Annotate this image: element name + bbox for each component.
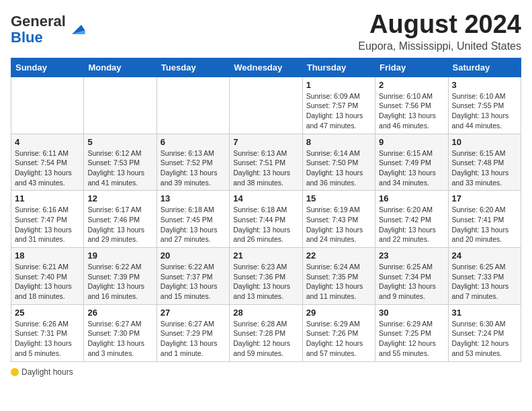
day-info: Sunrise: 6:13 AM Sunset: 7:52 PM Dayligh… (161, 148, 226, 188)
day-number: 23 (379, 250, 444, 261)
calendar-cell (11, 77, 84, 134)
calendar-cell: 16Sunrise: 6:20 AM Sunset: 7:42 PM Dayli… (375, 191, 448, 248)
calendar-cell: 23Sunrise: 6:25 AM Sunset: 7:34 PM Dayli… (375, 248, 448, 305)
calendar-table: SundayMondayTuesdayWednesdayThursdayFrid… (11, 58, 521, 362)
logo: General Blue (11, 13, 86, 46)
day-info: Sunrise: 6:13 AM Sunset: 7:51 PM Dayligh… (233, 148, 298, 188)
day-number: 2 (379, 80, 444, 90)
day-info: Sunrise: 6:25 AM Sunset: 7:34 PM Dayligh… (379, 262, 444, 302)
day-info: Sunrise: 6:20 AM Sunset: 7:42 PM Dayligh… (379, 205, 444, 244)
day-number: 15 (306, 193, 371, 203)
day-info: Sunrise: 6:27 AM Sunset: 7:29 PM Dayligh… (161, 319, 226, 359)
day-number: 29 (306, 308, 371, 318)
day-info: Sunrise: 6:24 AM Sunset: 7:35 PM Dayligh… (306, 262, 371, 302)
weekday-header-tuesday: Tuesday (157, 58, 229, 77)
day-info: Sunrise: 6:28 AM Sunset: 7:28 PM Dayligh… (233, 319, 298, 359)
day-info: Sunrise: 6:12 AM Sunset: 7:53 PM Dayligh… (87, 148, 152, 188)
day-number: 7 (233, 137, 298, 147)
day-number: 30 (379, 308, 444, 318)
day-info: Sunrise: 6:17 AM Sunset: 7:46 PM Dayligh… (87, 205, 152, 244)
calendar-cell: 5Sunrise: 6:12 AM Sunset: 7:53 PM Daylig… (84, 134, 157, 191)
calendar-cell: 19Sunrise: 6:22 AM Sunset: 7:39 PM Dayli… (84, 248, 157, 305)
day-number: 28 (233, 308, 298, 318)
logo-blue: Blue (11, 29, 43, 46)
day-number: 9 (379, 137, 444, 147)
title-area: August 2024 Eupora, Mississippi, United … (358, 11, 521, 52)
main-title: August 2024 (358, 11, 521, 39)
day-info: Sunrise: 6:29 AM Sunset: 7:26 PM Dayligh… (306, 319, 371, 359)
day-number: 31 (452, 308, 517, 318)
day-number: 16 (379, 193, 444, 203)
calendar-week-1: 4Sunrise: 6:11 AM Sunset: 7:54 PM Daylig… (11, 134, 521, 191)
day-number: 19 (87, 250, 152, 261)
day-info: Sunrise: 6:25 AM Sunset: 7:33 PM Dayligh… (452, 262, 517, 302)
calendar-cell: 9Sunrise: 6:15 AM Sunset: 7:49 PM Daylig… (375, 134, 448, 191)
calendar-cell: 22Sunrise: 6:24 AM Sunset: 7:35 PM Dayli… (302, 248, 375, 305)
calendar-cell: 26Sunrise: 6:27 AM Sunset: 7:30 PM Dayli… (84, 304, 157, 361)
calendar-cell: 6Sunrise: 6:13 AM Sunset: 7:52 PM Daylig… (157, 134, 229, 191)
calendar-cell: 31Sunrise: 6:30 AM Sunset: 7:24 PM Dayli… (448, 304, 521, 361)
day-info: Sunrise: 6:15 AM Sunset: 7:48 PM Dayligh… (452, 148, 517, 188)
calendar-cell: 11Sunrise: 6:16 AM Sunset: 7:47 PM Dayli… (11, 191, 84, 248)
day-number: 24 (452, 250, 517, 261)
day-info: Sunrise: 6:22 AM Sunset: 7:37 PM Dayligh… (161, 262, 226, 302)
day-info: Sunrise: 6:15 AM Sunset: 7:49 PM Dayligh… (379, 148, 444, 188)
day-number: 5 (87, 137, 152, 147)
day-number: 6 (161, 137, 226, 147)
header: General Blue August 2024 Eupora, Mississ… (11, 11, 521, 52)
day-info: Sunrise: 6:10 AM Sunset: 7:56 PM Dayligh… (379, 91, 444, 131)
daylight-dot (11, 368, 19, 376)
calendar-cell: 10Sunrise: 6:15 AM Sunset: 7:48 PM Dayli… (448, 134, 521, 191)
calendar-cell: 3Sunrise: 6:10 AM Sunset: 7:55 PM Daylig… (448, 77, 521, 134)
logo-general: General (11, 13, 66, 30)
weekday-header-thursday: Thursday (302, 58, 375, 77)
day-info: Sunrise: 6:19 AM Sunset: 7:43 PM Dayligh… (306, 205, 371, 244)
calendar-cell: 24Sunrise: 6:25 AM Sunset: 7:33 PM Dayli… (448, 248, 521, 305)
calendar-week-2: 11Sunrise: 6:16 AM Sunset: 7:47 PM Dayli… (11, 191, 521, 248)
calendar-cell: 13Sunrise: 6:18 AM Sunset: 7:45 PM Dayli… (157, 191, 229, 248)
day-number: 20 (161, 250, 226, 261)
calendar-cell: 20Sunrise: 6:22 AM Sunset: 7:37 PM Dayli… (157, 248, 229, 305)
day-number: 10 (452, 137, 517, 147)
calendar-week-4: 25Sunrise: 6:26 AM Sunset: 7:31 PM Dayli… (11, 304, 521, 361)
day-number: 11 (15, 193, 80, 203)
day-number: 13 (161, 193, 226, 203)
footer: Daylight hours (11, 367, 521, 378)
day-number: 26 (87, 308, 152, 318)
calendar-cell: 15Sunrise: 6:19 AM Sunset: 7:43 PM Dayli… (302, 191, 375, 248)
weekday-header-friday: Friday (375, 58, 448, 77)
day-info: Sunrise: 6:27 AM Sunset: 7:30 PM Dayligh… (87, 319, 152, 359)
day-number: 3 (452, 80, 517, 90)
calendar-cell: 28Sunrise: 6:28 AM Sunset: 7:28 PM Dayli… (230, 304, 302, 361)
calendar-cell: 4Sunrise: 6:11 AM Sunset: 7:54 PM Daylig… (11, 134, 84, 191)
weekday-header-saturday: Saturday (448, 58, 521, 77)
calendar-cell: 8Sunrise: 6:14 AM Sunset: 7:50 PM Daylig… (302, 134, 375, 191)
day-info: Sunrise: 6:21 AM Sunset: 7:40 PM Dayligh… (15, 262, 80, 302)
day-number: 21 (233, 250, 298, 261)
day-info: Sunrise: 6:30 AM Sunset: 7:24 PM Dayligh… (452, 319, 517, 359)
calendar-cell: 7Sunrise: 6:13 AM Sunset: 7:51 PM Daylig… (230, 134, 302, 191)
day-number: 25 (15, 308, 80, 318)
calendar-cell: 27Sunrise: 6:27 AM Sunset: 7:29 PM Dayli… (157, 304, 229, 361)
day-info: Sunrise: 6:20 AM Sunset: 7:41 PM Dayligh… (452, 205, 517, 244)
day-info: Sunrise: 6:10 AM Sunset: 7:55 PM Dayligh… (452, 91, 517, 131)
day-info: Sunrise: 6:23 AM Sunset: 7:36 PM Dayligh… (233, 262, 298, 302)
day-info: Sunrise: 6:29 AM Sunset: 7:25 PM Dayligh… (379, 319, 444, 359)
calendar-cell: 21Sunrise: 6:23 AM Sunset: 7:36 PM Dayli… (230, 248, 302, 305)
calendar-week-0: 1Sunrise: 6:09 AM Sunset: 7:57 PM Daylig… (11, 77, 521, 134)
day-number: 1 (306, 80, 371, 90)
calendar-cell: 18Sunrise: 6:21 AM Sunset: 7:40 PM Dayli… (11, 248, 84, 305)
day-number: 4 (15, 137, 80, 147)
calendar-cell: 12Sunrise: 6:17 AM Sunset: 7:46 PM Dayli… (84, 191, 157, 248)
day-number: 8 (306, 137, 371, 147)
day-info: Sunrise: 6:11 AM Sunset: 7:54 PM Dayligh… (15, 148, 80, 188)
day-number: 17 (452, 193, 517, 203)
calendar-cell: 29Sunrise: 6:29 AM Sunset: 7:26 PM Dayli… (302, 304, 375, 361)
calendar-cell: 1Sunrise: 6:09 AM Sunset: 7:57 PM Daylig… (302, 77, 375, 134)
calendar-cell (157, 77, 229, 134)
calendar-cell: 30Sunrise: 6:29 AM Sunset: 7:25 PM Dayli… (375, 304, 448, 361)
day-number: 22 (306, 250, 371, 261)
calendar-week-3: 18Sunrise: 6:21 AM Sunset: 7:40 PM Dayli… (11, 248, 521, 305)
calendar-cell: 2Sunrise: 6:10 AM Sunset: 7:56 PM Daylig… (375, 77, 448, 134)
subtitle: Eupora, Mississippi, United States (358, 40, 521, 52)
